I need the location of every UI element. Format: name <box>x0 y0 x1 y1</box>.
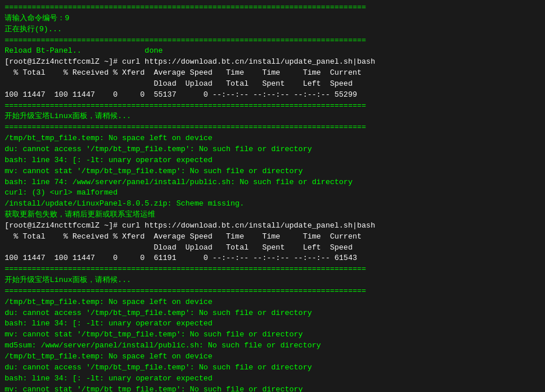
terminal-line: [root@iZzi4ncttfccmlZ ~]# curl https://d… <box>5 221 540 232</box>
terminal-line: ========================================… <box>5 101 540 112</box>
terminal-line: /tmp/bt_tmp_file.temp: No space left on … <box>5 297 540 308</box>
terminal-line: 正在执行(9)... <box>5 24 540 35</box>
terminal-line: mv: cannot stat '/tmp/bt_tmp_file.temp':… <box>5 166 540 177</box>
terminal-line: 请输入命令编号：9 <box>5 13 540 24</box>
terminal-line: Dload Upload Total Spent Left Speed <box>5 243 540 254</box>
terminal-content: ========================================… <box>5 2 540 392</box>
done-text: done <box>145 46 163 55</box>
terminal-line: curl: (3) <url> malformed <box>5 188 540 199</box>
terminal-line: bash: line 74: /www/server/panel/install… <box>5 177 540 188</box>
terminal-line: % Total % Received % Xferd Average Speed… <box>5 232 540 243</box>
terminal-line: 100 11447 100 11447 0 0 55137 0 --:--:--… <box>5 90 540 101</box>
terminal-line: [root@iZzi4ncttfccmlZ ~]# curl https://d… <box>5 57 540 68</box>
terminal-line: ========================================… <box>5 35 540 46</box>
terminal-line: /tmp/bt_tmp_file.temp: No space left on … <box>5 351 540 362</box>
terminal-line: ========================================… <box>5 122 540 133</box>
terminal-line: mv: cannot stat '/tmp/bt_tmp_file.temp':… <box>5 384 540 392</box>
terminal-line: 100 11447 100 11447 0 0 61191 0 --:--:--… <box>5 253 540 264</box>
terminal-line: ========================================… <box>5 2 540 13</box>
terminal-line: /tmp/bt_tmp_file.temp: No space left on … <box>5 133 540 144</box>
terminal-line: bash: line 34: [: -lt: unary operator ex… <box>5 373 540 384</box>
terminal-window: ========================================… <box>0 0 545 392</box>
terminal-line: md5sum: /www/server/panel/install/public… <box>5 340 540 351</box>
terminal-line: 开始升级宝塔Linux面板，请稍候... <box>5 275 540 286</box>
terminal-line: mv: cannot stat '/tmp/bt_tmp_file.temp':… <box>5 329 540 340</box>
terminal-line: /install/update/LinuxPanel-8.0.5.zip: Sc… <box>5 199 540 210</box>
terminal-line: du: cannot access '/tmp/bt_tmp_file.temp… <box>5 362 540 373</box>
terminal-line: du: cannot access '/tmp/bt_tmp_file.temp… <box>5 144 540 155</box>
terminal-line: bash: line 34: [: -lt: unary operator ex… <box>5 318 540 329</box>
terminal-line: 获取更新包失败，请稍后更新或联系宝塔运维 <box>5 210 540 221</box>
terminal-line: bash: line 34: [: -lt: unary operator ex… <box>5 155 540 166</box>
terminal-line: ========================================… <box>5 286 540 297</box>
terminal-line: 开始升级宝塔Linux面板，请稍候... <box>5 111 540 122</box>
terminal-line: Reload Bt-Panel.. done <box>5 46 540 57</box>
terminal-line: % Total % Received % Xferd Average Speed… <box>5 68 540 79</box>
terminal-line: du: cannot access '/tmp/bt_tmp_file.temp… <box>5 308 540 319</box>
terminal-line: Dload Upload Total Spent Left Speed <box>5 79 540 90</box>
terminal-line: ========================================… <box>5 264 540 275</box>
